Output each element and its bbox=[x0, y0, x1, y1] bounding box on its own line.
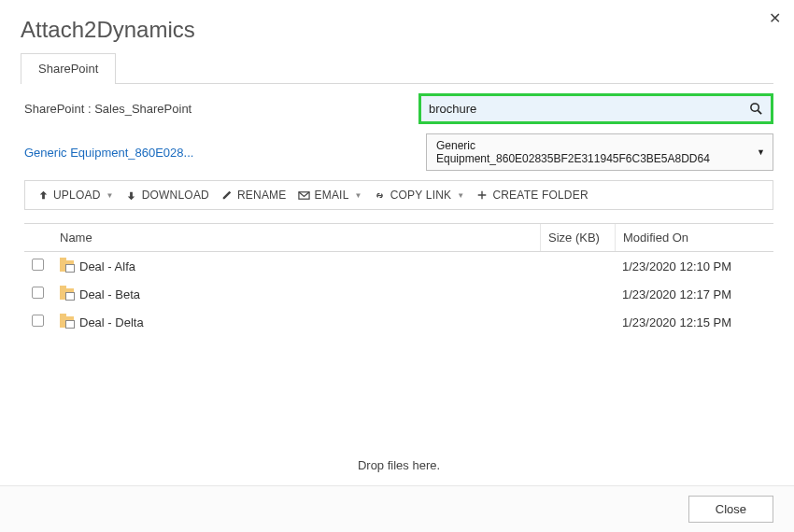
download-button[interactable]: DOWNLOAD bbox=[121, 187, 213, 203]
col-name-header[interactable]: Name bbox=[52, 224, 540, 251]
row-size bbox=[540, 287, 615, 301]
search-box[interactable] bbox=[418, 93, 773, 124]
plus-icon bbox=[475, 189, 489, 202]
row-checkbox[interactable] bbox=[32, 287, 44, 299]
row-modified: 1/23/2020 12:10 PM bbox=[615, 253, 773, 280]
row-modified: 1/23/2020 12:15 PM bbox=[615, 309, 773, 336]
footer: Close bbox=[0, 485, 794, 532]
header: Attach2Dynamics ✕ bbox=[0, 0, 794, 52]
row-size bbox=[540, 315, 615, 329]
row-size bbox=[540, 259, 615, 273]
rename-label: RENAME bbox=[237, 189, 287, 202]
dialog: Attach2Dynamics ✕ SharePoint SharePoint … bbox=[0, 0, 794, 532]
row-checkbox[interactable] bbox=[32, 259, 44, 271]
file-grid: Name Size (KB) Modified On Deal - Alfa1/… bbox=[24, 223, 773, 485]
folder-select-value: Generic Equipment_860E02835BF2E311945F6C… bbox=[436, 139, 710, 165]
createfolder-label: CREATE FOLDER bbox=[492, 189, 588, 202]
svg-line-1 bbox=[758, 110, 761, 114]
upload-button[interactable]: UPLOAD ▼ bbox=[33, 187, 118, 203]
chevron-down-icon: ▼ bbox=[457, 191, 464, 200]
breadcrumb[interactable]: Generic Equipment_860E028... bbox=[24, 146, 193, 160]
download-icon bbox=[125, 189, 138, 202]
drop-hint: Drop files here. bbox=[24, 458, 773, 472]
col-check bbox=[24, 224, 52, 251]
row-name: Deal - Beta bbox=[79, 287, 140, 301]
download-label: DOWNLOAD bbox=[142, 189, 209, 202]
col-size-header[interactable]: Size (KB) bbox=[540, 224, 615, 251]
tab-sharepoint[interactable]: SharePoint bbox=[21, 53, 116, 84]
grid-header: Name Size (KB) Modified On bbox=[24, 223, 773, 252]
sharepoint-label: SharePoint : Sales_SharePoint bbox=[24, 102, 191, 116]
table-row[interactable]: Deal - Delta1/23/2020 12:15 PM bbox=[24, 308, 773, 336]
svg-point-0 bbox=[750, 104, 758, 111]
col-modified-header[interactable]: Modified On bbox=[615, 224, 773, 251]
folder-icon bbox=[60, 260, 74, 272]
table-row[interactable]: Deal - Beta1/23/2020 12:17 PM bbox=[24, 280, 773, 308]
upload-icon bbox=[36, 189, 50, 202]
upload-label: UPLOAD bbox=[53, 189, 101, 202]
folder-select[interactable]: Generic Equipment_860E02835BF2E311945F6C… bbox=[426, 133, 773, 171]
chevron-down-icon: ▼ bbox=[355, 191, 362, 200]
breadcrumb-row: Generic Equipment_860E028... Generic Equ… bbox=[24, 133, 773, 171]
chevron-down-icon: ▼ bbox=[106, 191, 114, 200]
createfolder-button[interactable]: CREATE FOLDER bbox=[472, 187, 591, 203]
toolbar: UPLOAD ▼ DOWNLOAD RENAME EMAIL ▼ COPY LI… bbox=[24, 180, 773, 210]
table-row[interactable]: Deal - Alfa1/23/2020 12:10 PM bbox=[24, 252, 773, 280]
copylink-button[interactable]: COPY LINK ▼ bbox=[370, 187, 469, 203]
email-label: EMAIL bbox=[315, 189, 349, 202]
copylink-label: COPY LINK bbox=[390, 189, 452, 202]
row-name: Deal - Delta bbox=[79, 315, 144, 329]
link-icon bbox=[374, 189, 387, 202]
close-icon[interactable]: ✕ bbox=[769, 9, 781, 27]
pencil-icon bbox=[220, 189, 234, 202]
top-bar: SharePoint : Sales_SharePoint bbox=[24, 93, 773, 124]
grid-body: Deal - Alfa1/23/2020 12:10 PMDeal - Beta… bbox=[24, 252, 773, 336]
row-checkbox[interactable] bbox=[32, 315, 44, 327]
search-input[interactable] bbox=[423, 98, 748, 119]
row-name: Deal - Alfa bbox=[79, 259, 135, 273]
page-title: Attach2Dynamics bbox=[21, 17, 773, 43]
mail-icon bbox=[298, 189, 311, 202]
folder-icon bbox=[60, 288, 74, 300]
close-button[interactable]: Close bbox=[688, 496, 773, 523]
row-modified: 1/23/2020 12:17 PM bbox=[615, 281, 773, 308]
folder-icon bbox=[60, 316, 74, 328]
search-icon[interactable] bbox=[748, 102, 763, 117]
tab-bar: SharePoint bbox=[21, 52, 773, 84]
email-button[interactable]: EMAIL ▼ bbox=[294, 187, 366, 203]
rename-button[interactable]: RENAME bbox=[217, 187, 291, 203]
